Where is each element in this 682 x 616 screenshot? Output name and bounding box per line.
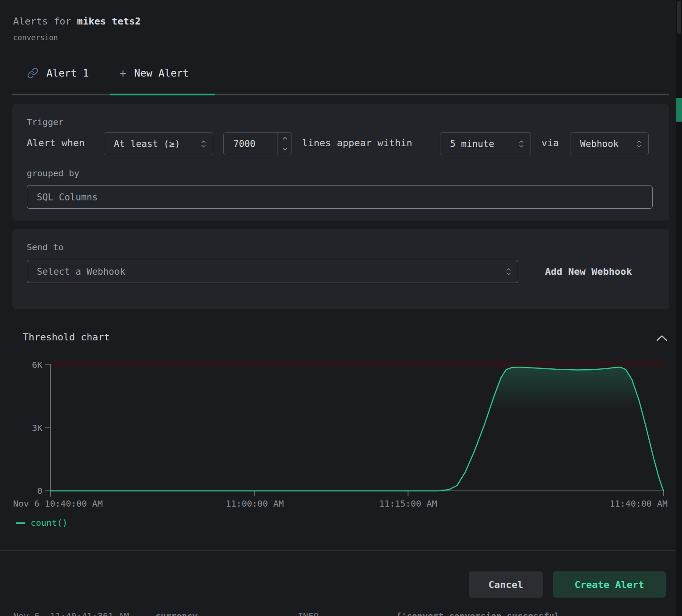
threshold-stepper (278, 133, 292, 155)
grouped-by-input[interactable]: SQL Columns (27, 186, 653, 209)
tab-alert-1[interactable]: Alert 1 (12, 67, 105, 79)
log-timestamp: Nov 6, 11:40:41:361 AM (13, 611, 129, 616)
cancel-button[interactable]: Cancel (469, 571, 543, 598)
tab-underline-active (110, 94, 215, 95)
create-alert-button[interactable]: Create Alert (553, 571, 666, 598)
log-level: INFO (298, 611, 319, 616)
chart-legend: count() (16, 518, 67, 528)
underlying-page-sliver (676, 98, 682, 122)
right-edge-strip (676, 0, 682, 616)
legend-line-swatch (16, 522, 25, 524)
log-message: {'convert conversion successful (396, 611, 559, 616)
tab-alert-1-label: Alert 1 (46, 67, 89, 79)
webhook-select[interactable]: Select a Webhook (27, 260, 518, 283)
threshold-chart-canvas: 03K6KNov 6 10:40:00 AM11:00:00 AM11:15:0… (0, 358, 682, 511)
comparator-value: At least (≥) (104, 139, 194, 149)
send-to-label: Send to (27, 242, 63, 252)
collapse-section-button[interactable] (652, 330, 671, 346)
tab-new-alert[interactable]: + New Alert (105, 66, 204, 80)
grouped-by-label: grouped by (27, 168, 79, 178)
chevron-updown-icon (630, 139, 648, 149)
log-service: currency (155, 611, 197, 616)
scrollbar-thumb[interactable] (677, 1, 681, 34)
via-text: via (541, 137, 559, 148)
svg-text:11:00:00 AM: 11:00:00 AM (226, 498, 284, 509)
webhook-select-placeholder: Select a Webhook (27, 266, 499, 277)
chevron-up-icon (655, 334, 668, 342)
plus-icon: + (120, 66, 127, 80)
svg-text:0: 0 (37, 486, 42, 496)
threshold-input[interactable]: 7000 (223, 132, 292, 155)
window-value: 5 minute (440, 139, 512, 149)
svg-text:Nov 6 10:40:00 AM: Nov 6 10:40:00 AM (13, 498, 103, 509)
legend-series-label: count() (31, 518, 67, 528)
background-log-row: Nov 6, 11:40:41:361 AM currency INFO {'c… (0, 611, 676, 616)
alert-when-text: Alert when (27, 137, 84, 148)
chevron-updown-icon (194, 139, 213, 149)
threshold-chart-title: Threshold chart (23, 332, 110, 343)
channel-select[interactable]: Webhook (570, 132, 649, 155)
page-subtitle: conversion (13, 33, 58, 42)
comparator-select[interactable]: At least (≥) (104, 132, 213, 155)
threshold-value: 7000 (224, 139, 278, 149)
channel-value: Webhook (570, 139, 630, 149)
chevron-updown-icon (499, 267, 518, 276)
page-title: Alerts for mikes tets2 (13, 16, 141, 27)
svg-text:11:15:00 AM: 11:15:00 AM (379, 498, 437, 509)
trigger-panel: Trigger Alert when At least (≥) 7000 lin… (12, 104, 669, 220)
lines-appear-text: lines appear within (302, 137, 412, 148)
window-select[interactable]: 5 minute (440, 132, 531, 155)
svg-text:3K: 3K (32, 423, 42, 433)
svg-text:11:40:00 AM: 11:40:00 AM (610, 498, 668, 509)
link-icon (27, 67, 39, 79)
trigger-section-label: Trigger (27, 117, 63, 127)
alert-editor-modal: Alerts for mikes tets2 conversion Alert … (0, 0, 682, 616)
grouped-by-placeholder: SQL Columns (27, 192, 652, 203)
page-title-prefix: Alerts for (13, 16, 77, 27)
tab-new-alert-label: New Alert (134, 67, 189, 79)
svg-text:6K: 6K (32, 360, 42, 370)
stepper-down-button[interactable] (278, 144, 292, 155)
stepper-up-button[interactable] (278, 133, 292, 144)
chevron-updown-icon (512, 139, 531, 149)
dataset-name: mikes tets2 (77, 16, 141, 27)
footer-divider (0, 550, 676, 551)
threshold-chart: 03K6KNov 6 10:40:00 AM11:00:00 AM11:15:0… (0, 358, 682, 511)
alert-tabs: Alert 1 + New Alert (12, 66, 204, 80)
add-new-webhook-button[interactable]: Add New Webhook (545, 266, 632, 277)
send-to-panel: Send to Select a Webhook Add New Webhook (12, 229, 669, 309)
